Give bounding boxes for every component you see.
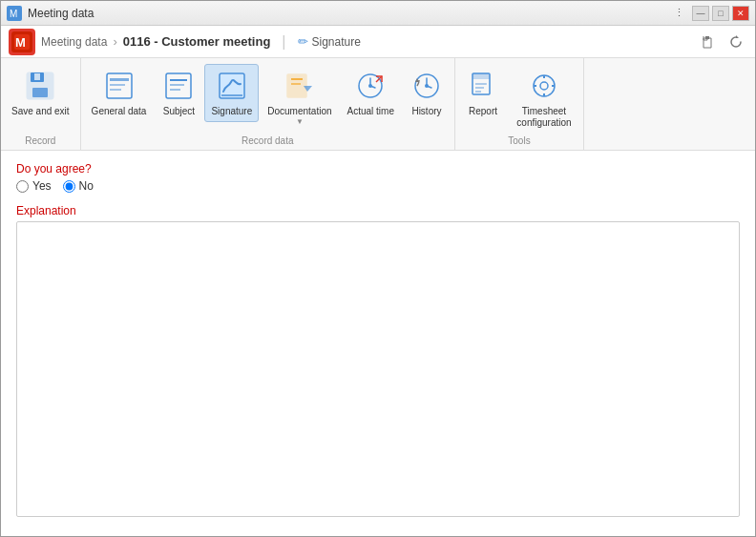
breadcrumb-separator: › <box>113 34 116 49</box>
no-label: No <box>79 179 94 193</box>
svg-point-38 <box>540 82 548 90</box>
svg-text:M: M <box>15 35 26 50</box>
history-icon <box>410 69 444 103</box>
breadcrumb-action: ✏ Signature <box>298 34 361 49</box>
svg-rect-14 <box>166 73 191 98</box>
save-and-exit-button[interactable]: Save and exit <box>5 64 76 122</box>
do-you-agree-label: Do you agree? <box>16 162 740 176</box>
no-option[interactable]: No <box>63 179 94 193</box>
title-bar: M Meeting data ⋮ — □ ✕ <box>1 1 755 26</box>
save-exit-label: Save and exit <box>11 106 70 117</box>
svg-rect-22 <box>291 83 301 85</box>
menu-icon[interactable]: ⋮ <box>670 5 688 21</box>
ribbon-group-record-data-label: Record data <box>242 134 293 148</box>
general-data-button[interactable]: General data <box>85 64 154 122</box>
report-icon <box>466 69 500 103</box>
documentation-icon <box>283 69 317 103</box>
general-data-icon <box>102 69 136 103</box>
maximize-button[interactable]: □ <box>712 6 729 21</box>
actual-time-button[interactable]: Actual time <box>341 64 401 122</box>
svg-rect-12 <box>110 84 125 86</box>
yes-radio[interactable] <box>16 180 29 193</box>
signature-button[interactable]: Signature <box>204 64 259 122</box>
content-area: Do you agree? Yes No Explanation <box>1 151 755 536</box>
svg-rect-8 <box>32 88 48 97</box>
back-button[interactable] <box>696 31 719 53</box>
ribbon-group-record-label: Record <box>25 134 55 148</box>
breadcrumb: M Meeting data › 0116 - Customer meeting… <box>9 29 361 55</box>
action-label: Signature <box>312 35 361 49</box>
subject-icon <box>161 69 196 103</box>
ribbon-group-tools: Report Timesheet configuration <box>455 58 584 150</box>
actual-time-icon <box>353 69 388 103</box>
svg-text:M: M <box>10 9 17 19</box>
header-bar: M Meeting data › 0116 - Customer meeting… <box>1 26 755 58</box>
ribbon: Save and exit Record Genera <box>1 58 755 151</box>
svg-rect-9 <box>34 73 40 80</box>
yes-label: Yes <box>32 179 52 193</box>
timesheet-config-button[interactable]: Timesheet configuration <box>509 64 579 134</box>
svg-point-37 <box>534 75 555 96</box>
history-button[interactable]: History <box>403 64 451 122</box>
timesheet-config-icon <box>527 69 561 103</box>
header-actions <box>696 31 747 53</box>
general-data-label: General data <box>92 106 147 117</box>
app-logo: M <box>9 29 35 55</box>
signature-icon <box>215 69 249 103</box>
header-divider: | <box>282 33 285 51</box>
actual-time-label: Actual time <box>347 106 394 117</box>
documentation-label: Documentation <box>267 106 331 117</box>
save-icon <box>23 69 57 103</box>
documentation-arrow: ▼ <box>296 117 304 126</box>
svg-rect-13 <box>110 89 121 91</box>
explanation-label: Explanation <box>16 204 740 217</box>
breadcrumb-root[interactable]: Meeting data <box>41 35 107 49</box>
signature-label: Signature <box>211 106 252 117</box>
no-radio[interactable] <box>63 180 75 193</box>
svg-rect-18 <box>220 73 244 98</box>
svg-rect-11 <box>110 78 129 81</box>
ribbon-group-record-data: General data Subject <box>81 58 455 150</box>
svg-rect-21 <box>291 78 303 80</box>
report-button[interactable]: Report <box>459 64 507 122</box>
minimize-button[interactable]: — <box>692 6 709 21</box>
window-title: Meeting data <box>28 7 94 20</box>
explanation-textarea[interactable] <box>16 221 740 517</box>
app-icon: M <box>7 6 22 21</box>
documentation-button[interactable]: Documentation ▼ <box>261 64 338 131</box>
radio-group: Yes No <box>16 179 740 193</box>
svg-marker-5 <box>736 35 739 38</box>
pencil-icon: ✏ <box>298 34 308 49</box>
yes-option[interactable]: Yes <box>16 179 52 193</box>
subject-button[interactable]: Subject <box>155 64 202 122</box>
report-label: Report <box>469 106 497 117</box>
breadcrumb-current-page: 0116 - Customer meeting <box>123 34 271 49</box>
timesheet-config-label: Timesheet configuration <box>515 106 573 129</box>
svg-rect-33 <box>472 73 490 79</box>
subject-label: Subject <box>163 106 195 117</box>
ribbon-group-tools-label: Tools <box>508 134 530 148</box>
ribbon-spacer <box>584 58 755 150</box>
history-label: History <box>411 106 441 117</box>
refresh-button[interactable] <box>724 31 747 53</box>
ribbon-group-record: Save and exit Record <box>1 58 81 150</box>
close-button[interactable]: ✕ <box>732 6 749 21</box>
main-window: M Meeting data ⋮ — □ ✕ M Meeting d <box>0 0 756 537</box>
